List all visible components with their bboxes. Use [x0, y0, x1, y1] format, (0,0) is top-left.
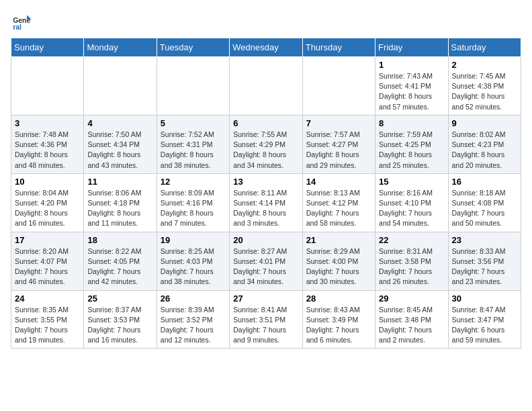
calendar-cell: 19Sunrise: 8:25 AM Sunset: 4:03 PM Dayli…: [157, 232, 229, 290]
calendar-cell: 1Sunrise: 7:43 AM Sunset: 4:41 PM Daylig…: [375, 57, 448, 116]
day-number: 21: [306, 235, 371, 245]
day-number: 13: [233, 177, 298, 187]
day-info: Sunrise: 8:20 AM Sunset: 4:07 PM Dayligh…: [15, 246, 80, 287]
calendar-cell: 16Sunrise: 8:18 AM Sunset: 4:08 PM Dayli…: [448, 173, 521, 232]
day-number: 23: [452, 235, 517, 245]
day-number: 9: [452, 118, 517, 128]
calendar-cell: 8Sunrise: 7:59 AM Sunset: 4:25 PM Daylig…: [375, 115, 448, 173]
calendar-cell: [157, 57, 229, 116]
day-info: Sunrise: 8:31 AM Sunset: 3:58 PM Dayligh…: [379, 246, 444, 287]
calendar-cell: 26Sunrise: 8:39 AM Sunset: 3:52 PM Dayli…: [157, 290, 229, 349]
day-info: Sunrise: 7:43 AM Sunset: 4:41 PM Dayligh…: [379, 71, 444, 112]
calendar-cell: 22Sunrise: 8:31 AM Sunset: 3:58 PM Dayli…: [375, 232, 448, 290]
calendar-cell: 6Sunrise: 7:55 AM Sunset: 4:29 PM Daylig…: [230, 115, 302, 173]
day-number: 2: [452, 60, 517, 70]
calendar-cell: 15Sunrise: 8:16 AM Sunset: 4:10 PM Dayli…: [375, 173, 448, 232]
day-info: Sunrise: 8:25 AM Sunset: 4:03 PM Dayligh…: [161, 246, 226, 287]
logo: Gene ral: [11, 11, 34, 32]
day-of-week-header: Saturday: [448, 38, 521, 57]
day-number: 18: [87, 235, 152, 245]
day-info: Sunrise: 8:11 AM Sunset: 4:14 PM Dayligh…: [233, 188, 298, 229]
day-number: 19: [161, 235, 226, 245]
day-number: 30: [452, 293, 517, 304]
day-number: 20: [233, 235, 298, 245]
calendar-week-row: 3Sunrise: 7:48 AM Sunset: 4:36 PM Daylig…: [11, 115, 521, 173]
day-info: Sunrise: 8:22 AM Sunset: 4:05 PM Dayligh…: [87, 246, 152, 287]
day-number: 6: [233, 118, 298, 128]
day-number: 26: [161, 293, 226, 304]
day-info: Sunrise: 8:27 AM Sunset: 4:01 PM Dayligh…: [233, 246, 298, 287]
day-info: Sunrise: 7:57 AM Sunset: 4:27 PM Dayligh…: [306, 130, 371, 171]
day-of-week-header: Tuesday: [157, 38, 229, 57]
calendar-cell: 23Sunrise: 8:33 AM Sunset: 3:56 PM Dayli…: [448, 232, 521, 290]
day-info: Sunrise: 8:41 AM Sunset: 3:51 PM Dayligh…: [233, 305, 298, 346]
day-of-week-header: Monday: [84, 38, 157, 57]
calendar-week-row: 24Sunrise: 8:35 AM Sunset: 3:55 PM Dayli…: [11, 290, 521, 349]
day-info: Sunrise: 8:02 AM Sunset: 4:23 PM Dayligh…: [452, 130, 517, 171]
day-number: 28: [306, 293, 371, 304]
day-number: 4: [87, 118, 152, 128]
day-number: 24: [15, 293, 80, 304]
day-info: Sunrise: 7:59 AM Sunset: 4:25 PM Dayligh…: [379, 130, 444, 171]
day-number: 25: [87, 293, 152, 304]
day-number: 16: [452, 177, 517, 187]
day-number: 15: [379, 177, 444, 187]
calendar-cell: 30Sunrise: 8:47 AM Sunset: 3:47 PM Dayli…: [448, 290, 521, 349]
calendar-cell: 14Sunrise: 8:13 AM Sunset: 4:12 PM Dayli…: [302, 173, 375, 232]
calendar-cell: 18Sunrise: 8:22 AM Sunset: 4:05 PM Dayli…: [84, 232, 157, 290]
calendar-cell: 20Sunrise: 8:27 AM Sunset: 4:01 PM Dayli…: [230, 232, 302, 290]
calendar-cell: 10Sunrise: 8:04 AM Sunset: 4:20 PM Dayli…: [11, 173, 84, 232]
day-info: Sunrise: 7:45 AM Sunset: 4:38 PM Dayligh…: [452, 71, 517, 112]
calendar-cell: 7Sunrise: 7:57 AM Sunset: 4:27 PM Daylig…: [302, 115, 375, 173]
day-number: 10: [15, 177, 80, 187]
calendar-cell: 13Sunrise: 8:11 AM Sunset: 4:14 PM Dayli…: [230, 173, 302, 232]
calendar-week-row: 10Sunrise: 8:04 AM Sunset: 4:20 PM Dayli…: [11, 173, 521, 232]
calendar-cell: 21Sunrise: 8:29 AM Sunset: 4:00 PM Dayli…: [302, 232, 375, 290]
calendar-cell: [84, 57, 157, 116]
day-number: 29: [379, 293, 444, 304]
day-number: 8: [379, 118, 444, 128]
calendar-cell: 28Sunrise: 8:43 AM Sunset: 3:49 PM Dayli…: [302, 290, 375, 349]
calendar-cell: [302, 57, 375, 116]
calendar-cell: 11Sunrise: 8:06 AM Sunset: 4:18 PM Dayli…: [84, 173, 157, 232]
day-number: 11: [87, 177, 152, 187]
day-info: Sunrise: 8:09 AM Sunset: 4:16 PM Dayligh…: [161, 188, 226, 229]
day-info: Sunrise: 8:29 AM Sunset: 4:00 PM Dayligh…: [306, 246, 371, 287]
day-of-week-header: Sunday: [11, 38, 84, 57]
calendar-header-row: SundayMondayTuesdayWednesdayThursdayFrid…: [11, 38, 521, 57]
calendar-week-row: 1Sunrise: 7:43 AM Sunset: 4:41 PM Daylig…: [11, 57, 521, 116]
day-info: Sunrise: 8:37 AM Sunset: 3:53 PM Dayligh…: [87, 305, 152, 346]
calendar-cell: 29Sunrise: 8:45 AM Sunset: 3:48 PM Dayli…: [375, 290, 448, 349]
calendar-cell: 27Sunrise: 8:41 AM Sunset: 3:51 PM Dayli…: [230, 290, 302, 349]
logo-icon: Gene ral: [11, 11, 32, 32]
day-info: Sunrise: 8:16 AM Sunset: 4:10 PM Dayligh…: [379, 188, 444, 229]
day-info: Sunrise: 8:06 AM Sunset: 4:18 PM Dayligh…: [87, 188, 152, 229]
day-number: 1: [379, 60, 444, 70]
day-info: Sunrise: 8:39 AM Sunset: 3:52 PM Dayligh…: [161, 305, 226, 346]
day-number: 7: [306, 118, 371, 128]
svg-text:ral: ral: [13, 24, 21, 31]
day-number: 14: [306, 177, 371, 187]
calendar-cell: 25Sunrise: 8:37 AM Sunset: 3:53 PM Dayli…: [84, 290, 157, 349]
day-info: Sunrise: 8:43 AM Sunset: 3:49 PM Dayligh…: [306, 305, 371, 346]
day-info: Sunrise: 8:13 AM Sunset: 4:12 PM Dayligh…: [306, 188, 371, 229]
calendar-cell: 4Sunrise: 7:50 AM Sunset: 4:34 PM Daylig…: [84, 115, 157, 173]
day-info: Sunrise: 8:04 AM Sunset: 4:20 PM Dayligh…: [15, 188, 80, 229]
calendar-cell: 2Sunrise: 7:45 AM Sunset: 4:38 PM Daylig…: [448, 57, 521, 116]
day-info: Sunrise: 8:35 AM Sunset: 3:55 PM Dayligh…: [15, 305, 80, 346]
day-of-week-header: Wednesday: [230, 38, 302, 57]
day-info: Sunrise: 8:47 AM Sunset: 3:47 PM Dayligh…: [452, 305, 517, 346]
page-header: Gene ral: [11, 11, 521, 32]
day-info: Sunrise: 7:52 AM Sunset: 4:31 PM Dayligh…: [161, 130, 226, 171]
day-info: Sunrise: 8:18 AM Sunset: 4:08 PM Dayligh…: [452, 188, 517, 229]
day-number: 5: [161, 118, 226, 128]
calendar-cell: 17Sunrise: 8:20 AM Sunset: 4:07 PM Dayli…: [11, 232, 84, 290]
calendar-cell: 9Sunrise: 8:02 AM Sunset: 4:23 PM Daylig…: [448, 115, 521, 173]
calendar-cell: 12Sunrise: 8:09 AM Sunset: 4:16 PM Dayli…: [157, 173, 229, 232]
calendar: SundayMondayTuesdayWednesdayThursdayFrid…: [11, 38, 521, 349]
calendar-cell: [230, 57, 302, 116]
day-number: 12: [161, 177, 226, 187]
day-info: Sunrise: 7:48 AM Sunset: 4:36 PM Dayligh…: [15, 130, 80, 171]
day-info: Sunrise: 7:50 AM Sunset: 4:34 PM Dayligh…: [87, 130, 152, 171]
day-number: 22: [379, 235, 444, 245]
